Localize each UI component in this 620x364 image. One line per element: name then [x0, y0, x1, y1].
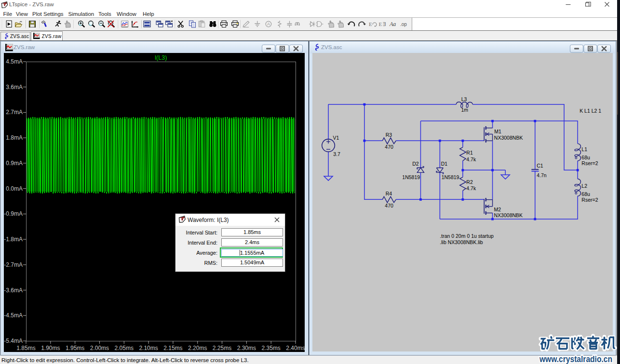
svg-text:4.7n: 4.7n [537, 172, 547, 178]
svg-text:L1: L1 [581, 146, 587, 152]
svg-text:4.7k: 4.7k [466, 156, 476, 162]
svg-text:L3: L3 [461, 96, 467, 102]
svg-text:2.30ms: 2.30ms [237, 345, 256, 351]
svg-text:1.90ms: 1.90ms [41, 345, 60, 351]
svg-text:R1: R1 [466, 149, 473, 155]
svg-text:C1: C1 [537, 162, 543, 168]
svg-text:.tran 0 20m 0 1u startup: .tran 0 20m 0 1u startup [440, 233, 494, 238]
svg-text:2.00ms: 2.00ms [90, 345, 109, 351]
svg-text:L2: L2 [581, 182, 587, 188]
svg-text:D1: D1 [441, 160, 447, 166]
svg-text:R4: R4 [385, 191, 392, 196]
svg-text:NX3008NBK: NX3008NBK [494, 212, 523, 218]
svg-text:1m: 1m [461, 106, 468, 112]
svg-text:470: 470 [385, 203, 393, 208]
svg-text:1N5819: 1N5819 [402, 174, 420, 180]
svg-text:1.85ms: 1.85ms [16, 345, 35, 351]
svg-text:68u: 68u [581, 191, 590, 196]
svg-text:68u: 68u [581, 155, 590, 160]
svg-text:4.7k: 4.7k [466, 185, 476, 191]
svg-text:1.8mA: 1.8mA [6, 134, 23, 141]
svg-text:-3.6mA: -3.6mA [4, 287, 23, 294]
svg-text:Aa: Aa [389, 21, 396, 27]
svg-text:1.95ms: 1.95ms [66, 345, 84, 351]
svg-text:.op: .op [400, 22, 407, 27]
svg-text:E: E [369, 21, 372, 27]
svg-text:NX3008NBK: NX3008NBK [494, 134, 523, 140]
svg-text:M1: M1 [494, 129, 501, 134]
svg-text:0.9mA: 0.9mA [6, 160, 23, 167]
svg-text:-0.9mA: -0.9mA [4, 210, 23, 217]
svg-text:-5.4mA: -5.4mA [4, 338, 23, 344]
svg-text:M2: M2 [494, 206, 501, 212]
svg-text:Rser=2: Rser=2 [581, 196, 598, 202]
svg-text:.lib NX3008NBK.lib: .lib NX3008NBK.lib [440, 239, 483, 245]
svg-text:470: 470 [385, 144, 393, 150]
svg-text:A: A [267, 22, 270, 26]
svg-text:R2: R2 [466, 179, 473, 185]
svg-text:2.15ms: 2.15ms [163, 345, 182, 351]
svg-text:R3: R3 [385, 132, 392, 138]
svg-text:3.7: 3.7 [333, 151, 340, 156]
svg-text:2.35ms: 2.35ms [262, 345, 281, 351]
svg-text:2.10ms: 2.10ms [139, 345, 158, 351]
svg-text:E: E [379, 21, 382, 27]
svg-text:2.20ms: 2.20ms [188, 345, 207, 351]
svg-text:V1: V1 [333, 135, 339, 141]
svg-text:2.25ms: 2.25ms [213, 345, 231, 351]
svg-text:-4.5mA: -4.5mA [4, 312, 23, 319]
svg-text:2.40ms: 2.40ms [286, 345, 305, 351]
svg-text:1N5819: 1N5819 [441, 174, 459, 180]
svg-text:4.5mA: 4.5mA [6, 58, 23, 65]
svg-text:Rser=2: Rser=2 [581, 160, 598, 166]
svg-text:I(L3): I(L3) [155, 54, 167, 61]
svg-text:∃: ∃ [383, 21, 386, 27]
svg-text:3.6mA: 3.6mA [6, 84, 23, 91]
svg-text:K L1 L2 1: K L1 L2 1 [580, 108, 601, 114]
svg-text:2.7mA: 2.7mA [6, 109, 23, 116]
svg-text:-2.7mA: -2.7mA [4, 261, 23, 268]
svg-text:D2: D2 [412, 160, 419, 166]
svg-text:2.05ms: 2.05ms [115, 345, 134, 351]
svg-text:-1.8mA: -1.8mA [4, 236, 23, 243]
svg-text:0.0mA: 0.0mA [6, 185, 23, 192]
